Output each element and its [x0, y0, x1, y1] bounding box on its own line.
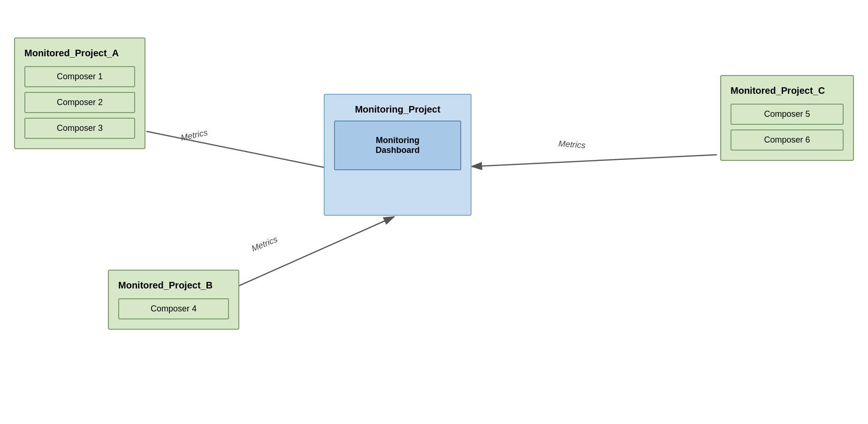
project-a-box: Monitored_Project_A Composer 1 Composer … [14, 38, 145, 149]
project-a-title: Monitored_Project_A [24, 48, 135, 59]
project-c-box: Monitored_Project_C Composer 5 Composer … [720, 75, 854, 161]
metrics-label-b: Metrics [250, 235, 279, 254]
composer-5-box: Composer 5 [731, 104, 844, 125]
monitoring-project-title: Monitoring_Project [334, 104, 461, 115]
composer-2-box: Composer 2 [24, 92, 135, 113]
project-c-title: Monitored_Project_C [731, 85, 844, 96]
monitoring-dashboard-box: MonitoringDashboard [334, 121, 461, 170]
composer-4-box: Composer 4 [118, 298, 229, 319]
svg-line-2 [472, 155, 717, 167]
monitoring-dashboard-label: MonitoringDashboard [375, 136, 419, 155]
composer-6-box: Composer 6 [731, 129, 844, 151]
monitoring-project-box: Monitoring_Project MonitoringDashboard [324, 94, 472, 216]
svg-line-1 [146, 131, 354, 174]
metrics-label-a: Metrics [180, 128, 208, 143]
diagram-container: Monitored_Project_A Composer 1 Composer … [0, 0, 868, 424]
project-b-box: Monitored_Project_B Composer 4 [108, 270, 239, 330]
metrics-label-c: Metrics [558, 139, 586, 151]
project-b-title: Monitored_Project_B [118, 280, 229, 291]
composer-3-box: Composer 3 [24, 118, 135, 139]
composer-1-box: Composer 1 [24, 66, 135, 87]
